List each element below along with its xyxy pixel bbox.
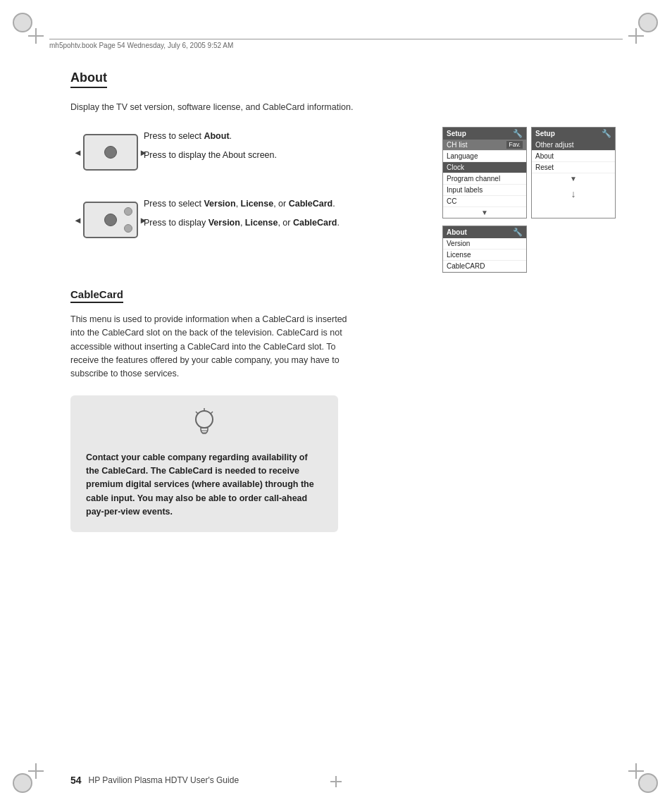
setup-menu-1-header: Setup 🔧 (443, 128, 526, 140)
remote-diagram-2: ◄ ► (70, 195, 134, 245)
instruction-2: Press to display the About screen. (144, 149, 277, 162)
license-label: License (241, 199, 274, 209)
menu-icon-1: 🔧 (513, 129, 523, 138)
arrow-right-2: ► (139, 214, 148, 225)
about-heading: About (70, 70, 107, 88)
svg-point-0 (196, 411, 213, 428)
remote-group-2: ◄ ► Press to select Version, License, or… (70, 195, 421, 245)
license-item: License (443, 250, 526, 261)
about-submenu: About 🔧 Version License CableCARD (442, 226, 527, 273)
about-submenu-header: About 🔧 (443, 226, 526, 238)
version-label: Version (204, 199, 235, 209)
about-menu-item: About (532, 151, 615, 162)
menu-clock: Clock (443, 162, 526, 173)
remote-unit-2: ◄ ► (83, 202, 138, 238)
svg-line-5 (196, 412, 198, 414)
crosshair-tr (628, 28, 644, 44)
small-btn-bottom (124, 224, 132, 233)
page-number: 54 (70, 775, 82, 786)
menu-language: Language (443, 151, 526, 162)
center-button-1 (104, 146, 117, 159)
setup-menu-2-header: Setup 🔧 (532, 128, 615, 140)
menu-row-1: Setup 🔧 CH list Fav. Language Clock Prog… (442, 127, 616, 218)
remote-unit-1: ◄ ► (83, 134, 138, 171)
crosshair-br (628, 763, 644, 779)
bottom-bar: 54 HP Pavilion Plasma HDTV User's Guide (70, 775, 616, 786)
arrow-indicator: ↓ (532, 184, 615, 204)
menu-icon-2: 🔧 (602, 129, 611, 138)
menu-cc: CC (443, 196, 526, 207)
fav-badge: Fav. (506, 141, 523, 149)
ch-list-row: CH list Fav. (443, 140, 526, 151)
arrow-left-2: ◄ (73, 214, 82, 225)
other-adjust: Other adjust (532, 140, 615, 151)
svg-line-4 (211, 412, 213, 414)
cablecard-heading: CableCard (70, 288, 123, 303)
setup-menu-2: Setup 🔧 Other adjust About Reset ▼ ↓ (531, 127, 616, 218)
about-instructions-area: ◄ ► Press to select About. Press to disp… (70, 127, 616, 273)
remote-group-1: ◄ ► Press to select About. Press to disp… (70, 127, 421, 178)
instruction-4: Press to display Version, License, or Ca… (144, 216, 340, 230)
instructions-text-2: Press to select Version, License, or Cab… (144, 195, 340, 230)
menu-arrow-down-1: ▼ (443, 207, 526, 218)
cablecard-item: CableCARD (443, 261, 526, 272)
arrow-right-1: ► (139, 147, 148, 157)
top-metadata: mh5pohtv.book Page 54 Wednesday, July 6,… (49, 39, 623, 49)
main-content: About Display the TV set version, softwa… (70, 70, 616, 751)
center-button-2 (104, 214, 117, 226)
menu-input-labels: Input labels (443, 185, 526, 196)
about-menu-icon: 🔧 (513, 228, 523, 237)
arrow-left-1: ◄ (73, 147, 82, 157)
lightbulb-icon (192, 408, 217, 444)
crosshair-bl (28, 763, 44, 779)
small-btn-top (124, 207, 132, 216)
screenshots-col: Setup 🔧 CH list Fav. Language Clock Prog… (442, 127, 616, 273)
cablecard-section: CableCard This menu is used to provide i… (70, 288, 616, 381)
tip-box: Contact your cable company regarding ava… (70, 395, 338, 532)
page-label: HP Pavilion Plasma HDTV User's Guide (89, 775, 239, 785)
about-heading-block: About (70, 70, 616, 94)
crosshair-tl (28, 28, 44, 44)
instructions-text-1: Press to select About. Press to display … (144, 127, 277, 162)
setup-menu-1: Setup 🔧 CH list Fav. Language Clock Prog… (442, 127, 527, 218)
menu-arrow-down-2: ▼ (532, 173, 615, 184)
cablecard-text: This menu is used to provide information… (70, 313, 352, 381)
tip-text: Contact your cable company regarding ava… (86, 451, 323, 519)
reset-menu-item: Reset (532, 162, 615, 173)
instructions-left: ◄ ► Press to select About. Press to disp… (70, 127, 421, 273)
remote-diagram-1: ◄ ► (70, 127, 134, 178)
cablecard-label-instr: CableCard (289, 199, 333, 209)
bottom-center-crosshair (330, 776, 342, 789)
about-intro: Display the TV set version, software lic… (70, 101, 616, 114)
menu-program-channel: Program channel (443, 173, 526, 185)
version-item: Version (443, 238, 526, 250)
